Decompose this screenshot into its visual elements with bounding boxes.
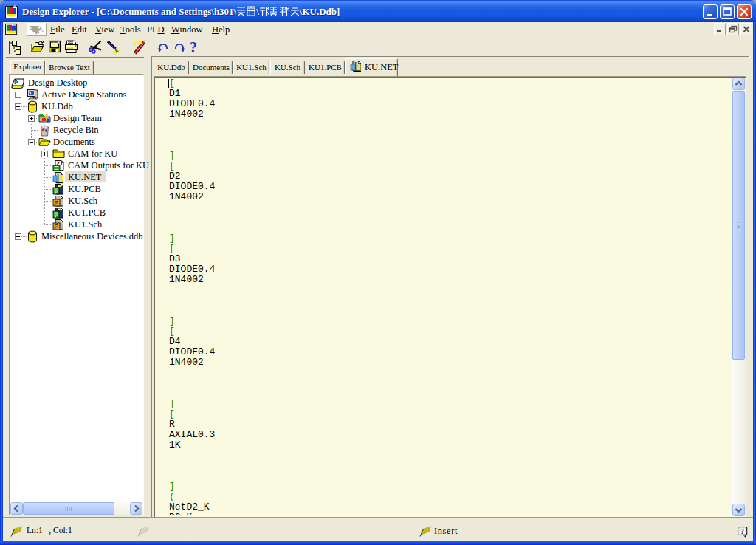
svg-text:?: ?	[740, 527, 744, 535]
